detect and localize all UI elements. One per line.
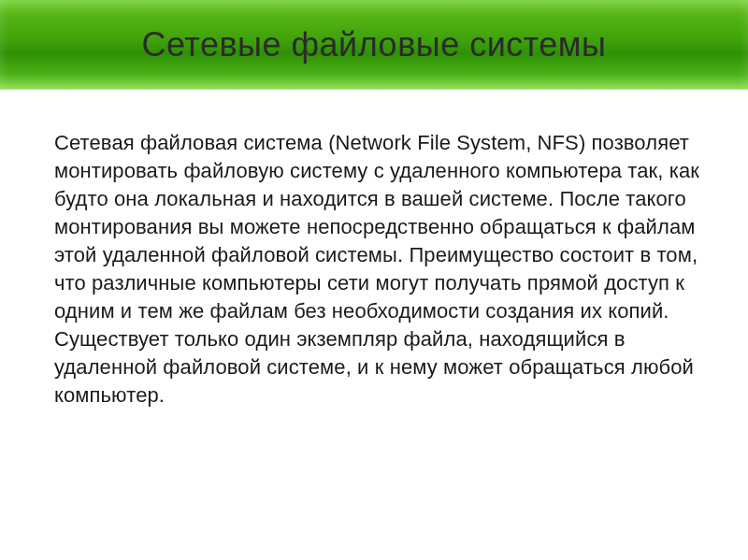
slide-title: Сетевые файловые системы — [142, 25, 607, 65]
bullet-marker-icon — [37, 129, 54, 130]
slide-content: Сетевая файловая система (Network File S… — [0, 90, 748, 438]
slide-header: Сетевые файловые системы — [0, 0, 748, 90]
bullet-item: Сетевая файловая система (Network File S… — [37, 129, 712, 409]
slide-body-text: Сетевая файловая система (Network File S… — [54, 129, 712, 409]
